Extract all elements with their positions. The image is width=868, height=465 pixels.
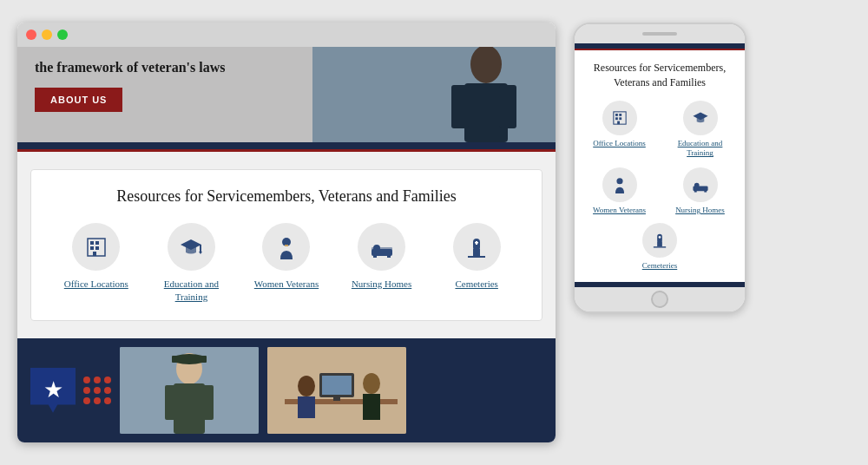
- phone-content: Resources for Servicemembers, Veterans a…: [575, 50, 745, 281]
- resource-item-women[interactable]: Women Veterans: [247, 223, 326, 290]
- phone-nursing-icon-circle: [683, 167, 718, 202]
- svg-rect-23: [468, 256, 485, 258]
- cemeteries-label[interactable]: Cemeteries: [455, 278, 497, 290]
- phone-icons-grid: Office Locations Education and Training: [583, 101, 736, 216]
- office-icon-circle: [72, 223, 120, 271]
- nursing-label[interactable]: Nursing Homes: [352, 278, 411, 290]
- svg-rect-20: [387, 254, 391, 258]
- phone-nursing-icon: [692, 176, 709, 193]
- svg-rect-53: [704, 190, 707, 193]
- svg-rect-43: [615, 114, 618, 116]
- svg-rect-6: [90, 241, 94, 245]
- dot-8: [94, 397, 101, 404]
- phone-women-label[interactable]: Women Veterans: [593, 206, 646, 216]
- phone-building-icon: [611, 109, 628, 127]
- svg-rect-52: [694, 190, 696, 193]
- dot-4: [83, 387, 90, 394]
- phone-office-label[interactable]: Office Locations: [593, 139, 646, 149]
- phone-cemetery-icon: [651, 232, 668, 249]
- minimize-button[interactable]: [42, 29, 52, 40]
- svg-rect-19: [373, 254, 377, 258]
- phone-item-cemeteries[interactable]: Cemeteries: [642, 223, 677, 272]
- cemeteries-icon-circle: [453, 223, 501, 271]
- svg-rect-55: [657, 241, 662, 246]
- dot-3: [104, 377, 111, 383]
- about-us-button[interactable]: ABOUT US: [35, 88, 122, 112]
- women-veteran-icon: [274, 235, 299, 259]
- phone-cemetery-icon-circle: [642, 223, 677, 258]
- resources-icons: Office Locations Education and Training: [49, 223, 524, 303]
- resources-section: Resources for Servicemembers, Veterans a…: [17, 152, 556, 338]
- phone-office-icon-circle: [602, 101, 637, 135]
- svg-rect-54: [657, 234, 662, 243]
- phone-item-office[interactable]: Office Locations: [583, 101, 655, 159]
- hero-section: the framework of veteran's laws ABOUT US: [17, 47, 556, 142]
- svg-rect-29: [165, 385, 177, 420]
- svg-rect-30: [201, 385, 214, 420]
- svg-point-38: [298, 376, 315, 396]
- svg-rect-4: [499, 85, 516, 128]
- browser-titlebar: [17, 23, 556, 47]
- star-icon: ★: [43, 379, 63, 402]
- dot-5: [94, 387, 101, 394]
- dot-7: [83, 397, 90, 404]
- cemetery-icon: [464, 235, 489, 259]
- maximize-button[interactable]: [57, 29, 68, 40]
- phone-women-icon: [611, 176, 628, 193]
- svg-rect-45: [615, 117, 618, 120]
- office-building-icon: [84, 235, 108, 259]
- resource-item-office[interactable]: Office Locations: [57, 223, 135, 290]
- phone-item-nursing[interactable]: Nursing Homes: [664, 167, 736, 216]
- office-label[interactable]: Office Locations: [64, 278, 128, 290]
- hero-image: [312, 47, 556, 142]
- svg-rect-25: [476, 241, 477, 245]
- phone-grad-icon: [692, 109, 709, 127]
- dot-9: [104, 397, 111, 404]
- svg-rect-46: [619, 117, 621, 120]
- office-photo-scene: [267, 347, 406, 434]
- svg-marker-13: [199, 252, 202, 254]
- close-button[interactable]: [26, 29, 36, 40]
- svg-rect-10: [93, 252, 96, 256]
- education-label[interactable]: Education and Training: [152, 278, 230, 303]
- phone-speaker: [642, 32, 677, 36]
- dot-2: [94, 377, 101, 383]
- photo-military: [120, 347, 259, 434]
- dot-1: [83, 377, 90, 383]
- svg-rect-22: [473, 249, 480, 256]
- dots-grid: [83, 377, 111, 404]
- phone-home-button[interactable]: [651, 291, 668, 308]
- resource-item-cemeteries[interactable]: Cemeteries: [437, 223, 516, 290]
- svg-rect-58: [659, 236, 660, 239]
- svg-rect-7: [95, 241, 99, 245]
- women-label[interactable]: Women Veterans: [254, 278, 319, 290]
- resource-item-nursing[interactable]: Nursing Homes: [343, 223, 421, 290]
- phone-nursing-label[interactable]: Nursing Homes: [675, 206, 725, 216]
- svg-rect-28: [174, 383, 205, 434]
- svg-rect-36: [322, 376, 352, 395]
- graduation-icon: [179, 235, 203, 259]
- svg-rect-8: [90, 246, 94, 250]
- svg-rect-41: [363, 394, 380, 420]
- nursing-home-icon: [370, 235, 394, 259]
- navy-divider: [17, 142, 556, 149]
- svg-rect-15: [285, 245, 288, 246]
- phone-education-label[interactable]: Education and Training: [664, 139, 736, 159]
- resources-card: Resources for Servicemembers, Veterans a…: [30, 169, 542, 321]
- hero-text: the framework of veteran's laws: [35, 59, 226, 77]
- phone-top-bar: [575, 24, 745, 43]
- phone-cemeteries-label[interactable]: Cemeteries: [642, 261, 677, 272]
- hero-silhouette: [312, 47, 556, 142]
- svg-rect-56: [654, 246, 666, 247]
- nursing-icon-circle: [358, 223, 405, 271]
- phone-single-item: Cemeteries: [583, 223, 736, 272]
- bottom-section: ★: [17, 338, 556, 442]
- phone-education-icon-circle: [683, 101, 718, 135]
- svg-rect-39: [298, 396, 315, 418]
- phone-item-education[interactable]: Education and Training: [664, 101, 736, 159]
- phone-item-women[interactable]: Women Veterans: [583, 167, 655, 216]
- svg-rect-44: [619, 114, 621, 116]
- military-photo-scene: [120, 347, 259, 434]
- resource-item-education[interactable]: Education and Training: [152, 223, 230, 303]
- svg-rect-47: [617, 121, 620, 124]
